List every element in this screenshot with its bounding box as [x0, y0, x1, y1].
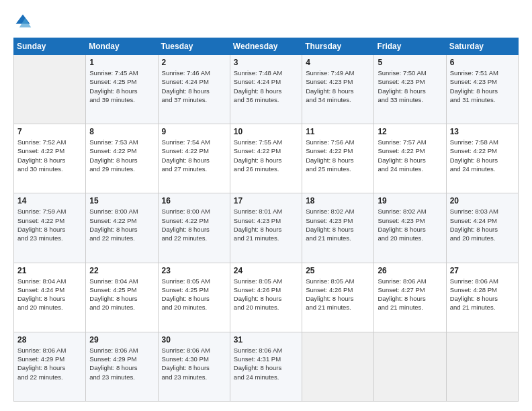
- calendar-cell: 24Sunrise: 8:05 AM Sunset: 4:26 PM Dayli…: [230, 263, 302, 332]
- cell-info: Sunrise: 7:53 AM Sunset: 4:22 PM Dayligh…: [89, 138, 154, 173]
- logo-icon: [13, 12, 32, 31]
- cell-info: Sunrise: 8:06 AM Sunset: 4:31 PM Dayligh…: [234, 346, 298, 381]
- day-number: 27: [450, 266, 515, 275]
- cell-info: Sunrise: 7:49 AM Sunset: 4:23 PM Dayligh…: [306, 68, 370, 104]
- calendar-cell: 8Sunrise: 7:53 AM Sunset: 4:22 PM Daylig…: [86, 124, 158, 193]
- calendar-cell: 3Sunrise: 7:48 AM Sunset: 4:24 PM Daylig…: [230, 55, 302, 124]
- day-number: 13: [450, 127, 515, 136]
- cell-info: Sunrise: 7:56 AM Sunset: 4:22 PM Dayligh…: [306, 138, 370, 173]
- cell-info: Sunrise: 7:52 AM Sunset: 4:22 PM Dayligh…: [17, 138, 82, 173]
- day-number: 8: [89, 127, 154, 136]
- calendar-cell: 31Sunrise: 8:06 AM Sunset: 4:31 PM Dayli…: [230, 332, 302, 401]
- day-number: 3: [234, 58, 298, 67]
- calendar-cell: 19Sunrise: 8:02 AM Sunset: 4:23 PM Dayli…: [374, 193, 446, 263]
- calendar-week-row: 1Sunrise: 7:45 AM Sunset: 4:25 PM Daylig…: [14, 55, 519, 124]
- cell-info: Sunrise: 8:06 AM Sunset: 4:27 PM Dayligh…: [378, 277, 442, 312]
- day-number: 15: [89, 196, 154, 205]
- day-number: 21: [17, 266, 82, 275]
- calendar-week-row: 7Sunrise: 7:52 AM Sunset: 4:22 PM Daylig…: [14, 124, 519, 193]
- day-number: 30: [162, 335, 226, 345]
- day-number: 16: [162, 196, 226, 205]
- cell-info: Sunrise: 7:57 AM Sunset: 4:22 PM Dayligh…: [378, 138, 442, 173]
- cell-info: Sunrise: 8:03 AM Sunset: 4:24 PM Dayligh…: [450, 207, 515, 242]
- calendar-cell: 22Sunrise: 8:04 AM Sunset: 4:25 PM Dayli…: [86, 263, 158, 332]
- day-number: 28: [17, 335, 82, 345]
- calendar-cell: 9Sunrise: 7:54 AM Sunset: 4:22 PM Daylig…: [158, 124, 230, 193]
- cell-info: Sunrise: 7:45 AM Sunset: 4:25 PM Dayligh…: [89, 68, 154, 104]
- cell-info: Sunrise: 7:58 AM Sunset: 4:22 PM Dayligh…: [450, 138, 515, 173]
- calendar-cell: 7Sunrise: 7:52 AM Sunset: 4:22 PM Daylig…: [14, 124, 86, 193]
- cell-info: Sunrise: 8:00 AM Sunset: 4:22 PM Dayligh…: [162, 207, 226, 242]
- calendar-cell: 14Sunrise: 7:59 AM Sunset: 4:22 PM Dayli…: [14, 193, 86, 263]
- cell-info: Sunrise: 8:05 AM Sunset: 4:26 PM Dayligh…: [306, 277, 370, 312]
- cell-info: Sunrise: 8:01 AM Sunset: 4:23 PM Dayligh…: [234, 207, 298, 242]
- weekday-header: Thursday: [302, 38, 374, 55]
- day-number: 12: [378, 127, 442, 136]
- cell-info: Sunrise: 8:04 AM Sunset: 4:25 PM Dayligh…: [89, 277, 154, 312]
- cell-info: Sunrise: 7:59 AM Sunset: 4:22 PM Dayligh…: [17, 207, 82, 242]
- day-number: 7: [17, 127, 82, 136]
- cell-info: Sunrise: 8:02 AM Sunset: 4:23 PM Dayligh…: [378, 207, 442, 242]
- day-number: 20: [450, 196, 515, 205]
- calendar-cell: 1Sunrise: 7:45 AM Sunset: 4:25 PM Daylig…: [86, 55, 158, 124]
- cell-info: Sunrise: 8:05 AM Sunset: 4:25 PM Dayligh…: [162, 277, 226, 312]
- day-number: 11: [306, 127, 370, 136]
- weekday-header: Wednesday: [230, 38, 302, 55]
- calendar-cell: 2Sunrise: 7:46 AM Sunset: 4:24 PM Daylig…: [158, 55, 230, 124]
- cell-info: Sunrise: 7:55 AM Sunset: 4:22 PM Dayligh…: [234, 138, 298, 173]
- calendar-cell: 26Sunrise: 8:06 AM Sunset: 4:27 PM Dayli…: [374, 263, 446, 332]
- calendar-cell: 12Sunrise: 7:57 AM Sunset: 4:22 PM Dayli…: [374, 124, 446, 193]
- calendar-header-row: SundayMondayTuesdayWednesdayThursdayFrid…: [14, 38, 519, 55]
- calendar-cell: 15Sunrise: 8:00 AM Sunset: 4:22 PM Dayli…: [86, 193, 158, 263]
- calendar-cell: 18Sunrise: 8:02 AM Sunset: 4:23 PM Dayli…: [302, 193, 374, 263]
- cell-info: Sunrise: 8:04 AM Sunset: 4:24 PM Dayligh…: [17, 277, 82, 312]
- calendar-week-row: 14Sunrise: 7:59 AM Sunset: 4:22 PM Dayli…: [14, 193, 519, 263]
- day-number: 25: [306, 266, 370, 275]
- calendar-cell: 21Sunrise: 8:04 AM Sunset: 4:24 PM Dayli…: [14, 263, 86, 332]
- logo: [13, 12, 35, 31]
- day-number: 17: [234, 196, 298, 205]
- calendar-cell: 11Sunrise: 7:56 AM Sunset: 4:22 PM Dayli…: [302, 124, 374, 193]
- calendar-body: 1Sunrise: 7:45 AM Sunset: 4:25 PM Daylig…: [14, 55, 519, 402]
- day-number: 1: [89, 58, 154, 67]
- header: [13, 12, 519, 31]
- cell-info: Sunrise: 8:00 AM Sunset: 4:22 PM Dayligh…: [89, 207, 154, 242]
- calendar-cell: 13Sunrise: 7:58 AM Sunset: 4:22 PM Dayli…: [446, 124, 518, 193]
- weekday-header: Friday: [374, 38, 446, 55]
- calendar-cell: 4Sunrise: 7:49 AM Sunset: 4:23 PM Daylig…: [302, 55, 374, 124]
- cell-info: Sunrise: 8:02 AM Sunset: 4:23 PM Dayligh…: [306, 207, 370, 242]
- cell-info: Sunrise: 7:50 AM Sunset: 4:23 PM Dayligh…: [378, 68, 442, 104]
- cell-info: Sunrise: 8:06 AM Sunset: 4:29 PM Dayligh…: [89, 346, 154, 381]
- calendar-cell: [302, 332, 374, 401]
- day-number: 23: [162, 266, 226, 275]
- day-number: 9: [162, 127, 226, 136]
- weekday-header: Monday: [86, 38, 158, 55]
- calendar-cell: 16Sunrise: 8:00 AM Sunset: 4:22 PM Dayli…: [158, 193, 230, 263]
- weekday-header: Sunday: [14, 38, 86, 55]
- calendar-cell: 20Sunrise: 8:03 AM Sunset: 4:24 PM Dayli…: [446, 193, 518, 263]
- day-number: 19: [378, 196, 442, 205]
- day-number: 18: [306, 196, 370, 205]
- calendar-week-row: 21Sunrise: 8:04 AM Sunset: 4:24 PM Dayli…: [14, 263, 519, 332]
- calendar-cell: 30Sunrise: 8:06 AM Sunset: 4:30 PM Dayli…: [158, 332, 230, 401]
- calendar-cell: 29Sunrise: 8:06 AM Sunset: 4:29 PM Dayli…: [86, 332, 158, 401]
- day-number: 14: [17, 196, 82, 205]
- weekday-header: Tuesday: [158, 38, 230, 55]
- cell-info: Sunrise: 7:48 AM Sunset: 4:24 PM Dayligh…: [234, 68, 298, 104]
- day-number: 29: [89, 335, 154, 345]
- page: SundayMondayTuesdayWednesdayThursdayFrid…: [0, 0, 532, 411]
- day-number: 31: [234, 335, 298, 345]
- calendar-cell: [446, 332, 518, 401]
- day-number: 10: [234, 127, 298, 136]
- cell-info: Sunrise: 7:51 AM Sunset: 4:23 PM Dayligh…: [450, 68, 515, 104]
- day-number: 26: [378, 266, 442, 275]
- calendar-cell: 25Sunrise: 8:05 AM Sunset: 4:26 PM Dayli…: [302, 263, 374, 332]
- cell-info: Sunrise: 7:46 AM Sunset: 4:24 PM Dayligh…: [162, 68, 226, 104]
- calendar-cell: 28Sunrise: 8:06 AM Sunset: 4:29 PM Dayli…: [14, 332, 86, 401]
- cell-info: Sunrise: 7:54 AM Sunset: 4:22 PM Dayligh…: [162, 138, 226, 173]
- day-number: 24: [234, 266, 298, 275]
- calendar-table: SundayMondayTuesdayWednesdayThursdayFrid…: [13, 38, 519, 402]
- day-number: 2: [162, 58, 226, 67]
- cell-info: Sunrise: 8:06 AM Sunset: 4:28 PM Dayligh…: [450, 277, 515, 312]
- calendar-week-row: 28Sunrise: 8:06 AM Sunset: 4:29 PM Dayli…: [14, 332, 519, 401]
